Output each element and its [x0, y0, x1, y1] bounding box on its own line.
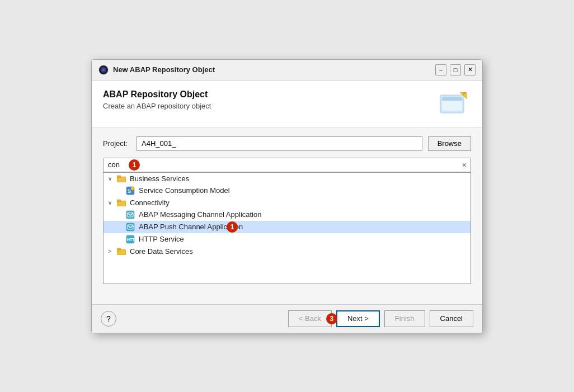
project-row: Project: Browse — [103, 136, 471, 151]
title-controls: − □ ✕ — [435, 64, 476, 75]
svg-text:HTTP: HTTP — [127, 238, 135, 242]
tree-item-service-consumption[interactable]: S Service Consumption Model — [103, 185, 471, 197]
tree-container[interactable]: ∨ Business Services S Service Consumptio… — [103, 172, 471, 284]
chevron-icon: > — [108, 248, 115, 254]
folder-icon — [117, 199, 126, 206]
window-title: New ABAP Repository Object — [113, 65, 215, 74]
tree-label: ABAP Messaging Channel Application — [139, 210, 261, 219]
browse-button[interactable]: Browse — [428, 136, 471, 151]
dialog-title: ABAP Repository Object — [103, 89, 211, 100]
svg-rect-5 — [442, 97, 462, 101]
item-icon — [126, 210, 135, 219]
svg-rect-22 — [117, 248, 121, 251]
tree-item-business-services[interactable]: ∨ Business Services — [103, 173, 471, 185]
tree-label: Business Services — [130, 174, 189, 183]
tree-item-messaging-channel[interactable]: ABAP Messaging Channel Application — [103, 209, 471, 221]
content-section: Project: Browse 1 × ∨ Business Services — [92, 127, 482, 293]
sap-icon — [98, 65, 109, 75]
tree-label: HTTP Service — [139, 235, 184, 243]
finish-button[interactable]: Finish — [384, 310, 425, 327]
folder-icon — [117, 247, 126, 255]
header-section: ABAP Repository Object Create an ABAP re… — [92, 81, 482, 127]
svg-rect-14 — [117, 200, 121, 202]
chevron-icon: ∨ — [108, 200, 115, 206]
folder-icon — [117, 174, 126, 182]
header-text: ABAP Repository Object Create an ABAP re… — [103, 89, 211, 110]
next-button[interactable]: Next > — [336, 310, 380, 327]
tree-label: Service Consumption Model — [139, 186, 230, 195]
search-input[interactable] — [103, 158, 471, 172]
tree-label: Connectivity — [130, 199, 170, 207]
item-icon: S — [126, 186, 135, 195]
svg-text:S: S — [128, 188, 131, 194]
svg-point-12 — [131, 187, 134, 190]
close-button[interactable]: ✕ — [464, 64, 476, 75]
svg-point-2 — [102, 69, 105, 71]
dialog-window: New ABAP Repository Object − □ ✕ ABAP Re… — [91, 59, 483, 333]
tree-item-connectivity[interactable]: ∨ Connectivity — [103, 197, 471, 209]
tree-label: ABAP Push Channel Application — [139, 223, 243, 231]
title-bar: New ABAP Repository Object − □ ✕ — [92, 60, 482, 81]
back-button[interactable]: < Back — [288, 310, 332, 327]
svg-rect-9 — [117, 176, 121, 178]
help-button[interactable]: ? — [101, 311, 116, 327]
spacer — [92, 293, 482, 304]
header-icon — [437, 89, 471, 120]
maximize-button[interactable]: □ — [450, 64, 461, 75]
search-row: 1 × — [103, 158, 471, 172]
chevron-icon: ∨ — [108, 176, 115, 182]
project-input[interactable] — [137, 136, 422, 151]
search-step-badge[interactable]: 1 — [129, 159, 140, 171]
project-label: Project: — [103, 139, 131, 148]
tree-label: Core Data Services — [130, 247, 193, 256]
tree-item-http-service[interactable]: HTTP HTTP Service — [103, 233, 471, 245]
next-button-wrapper: 3 Next > — [336, 310, 380, 327]
footer: ? < Back 3 Next > Finish Cancel — [92, 304, 482, 333]
item-icon — [126, 223, 135, 232]
dialog-subtitle: Create an ABAP repository object — [103, 102, 211, 110]
tree-item-core-data-services[interactable]: > Core Data Services — [103, 245, 471, 257]
item-icon: HTTP — [126, 235, 135, 244]
minimize-button[interactable]: − — [435, 64, 446, 75]
title-bar-left: New ABAP Repository Object — [98, 65, 215, 75]
search-clear-button[interactable]: × — [462, 160, 467, 169]
tree-item-push-channel[interactable]: ABAP Push Channel Application 1 — [103, 221, 471, 233]
cancel-button[interactable]: Cancel — [430, 310, 473, 327]
next-step-badge[interactable]: 3 — [326, 313, 337, 324]
